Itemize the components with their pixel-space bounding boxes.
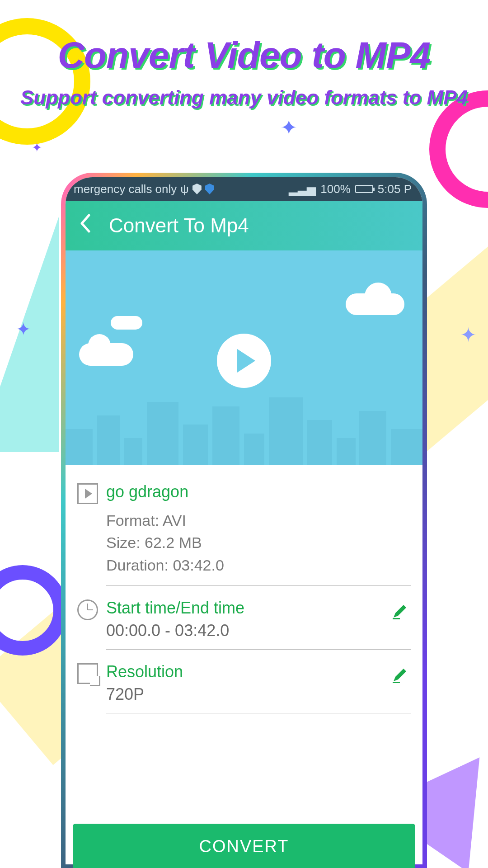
usb-icon: ψ xyxy=(180,182,189,196)
promo-title: Convert Video to MP4 xyxy=(0,34,488,76)
cloud-icon xyxy=(79,343,133,366)
sparkle-icon: ✦ xyxy=(32,140,42,155)
back-button[interactable] xyxy=(75,211,96,241)
file-format: Format: AVI xyxy=(106,509,411,532)
convert-button[interactable]: CONVERT xyxy=(73,824,415,864)
app-title: Convert To Mp4 xyxy=(109,214,249,237)
file-name: go gdragon xyxy=(106,482,411,501)
svg-rect-2 xyxy=(124,438,142,465)
promo-subtitle: Support converting many video formats to… xyxy=(0,85,488,110)
cloud-icon xyxy=(111,316,142,330)
svg-rect-0 xyxy=(66,429,93,465)
svg-rect-9 xyxy=(337,438,356,465)
svg-rect-1 xyxy=(97,415,120,465)
time-range-value: 00:00.0 - 03:42.0 xyxy=(106,621,411,640)
svg-rect-4 xyxy=(183,425,208,465)
status-network-text: mergency calls only xyxy=(74,182,177,196)
edit-time-button[interactable] xyxy=(391,602,409,622)
resolution-row[interactable]: Resolution 720P xyxy=(77,656,411,720)
video-file-icon xyxy=(77,483,98,504)
play-button[interactable] xyxy=(217,334,271,388)
app-bar: Convert To Mp4 xyxy=(66,201,422,250)
sparkle-icon: ✦ xyxy=(16,319,31,340)
svg-rect-7 xyxy=(269,397,303,465)
battery-icon xyxy=(355,185,373,193)
svg-rect-10 xyxy=(359,411,386,465)
shield-blue-icon xyxy=(205,184,214,194)
video-preview[interactable] xyxy=(66,250,422,465)
time-range-row[interactable]: Start time/End time 00:00.0 - 03:42.0 xyxy=(77,592,411,656)
svg-rect-8 xyxy=(307,420,332,465)
resolution-label: Resolution xyxy=(106,662,411,681)
svg-rect-13 xyxy=(393,682,400,683)
signal-icon: ▂▃▅ xyxy=(289,182,316,196)
svg-rect-3 xyxy=(147,402,178,465)
status-time: 5:05 P xyxy=(378,182,412,196)
svg-rect-6 xyxy=(244,434,264,465)
phone-frame: mergency calls only ψ ▂▃▅ 100% 5:05 P Co… xyxy=(61,173,427,868)
play-icon xyxy=(237,349,255,373)
file-info-row: go gdragon Format: AVI Size: 62.2 MB Dur… xyxy=(77,476,411,592)
cloud-icon xyxy=(346,293,404,315)
time-range-label: Start time/End time xyxy=(106,599,411,618)
file-duration: Duration: 03:42.0 xyxy=(106,554,411,576)
status-battery-pct: 100% xyxy=(320,182,351,196)
svg-rect-5 xyxy=(212,406,239,465)
resolution-value: 720P xyxy=(106,685,411,704)
sparkle-icon: ✦ xyxy=(460,323,477,346)
resolution-icon xyxy=(77,663,98,684)
edit-resolution-button[interactable] xyxy=(391,666,409,686)
svg-rect-11 xyxy=(391,429,422,465)
shield-icon xyxy=(192,184,202,194)
status-bar: mergency calls only ψ ▂▃▅ 100% 5:05 P xyxy=(66,177,422,201)
svg-rect-12 xyxy=(393,618,400,619)
sparkle-icon: ✦ xyxy=(280,115,298,140)
file-size: Size: 62.2 MB xyxy=(106,532,411,554)
clock-icon xyxy=(77,599,98,620)
